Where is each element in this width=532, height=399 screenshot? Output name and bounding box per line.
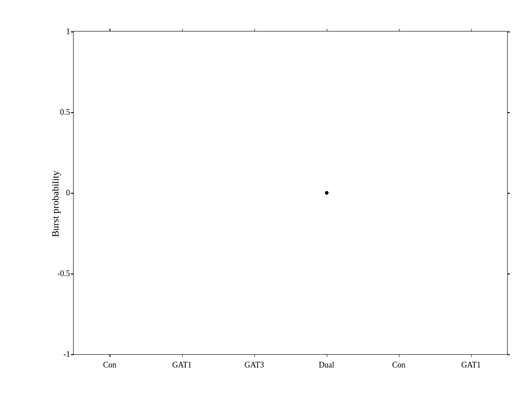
x-label-0: Con bbox=[103, 360, 116, 370]
plot-area: 1 0.5 0 -0.5 -1 Con bbox=[73, 31, 508, 355]
y-tick-mark-r-1 bbox=[507, 31, 510, 32]
y-tick-label-n1: -1 bbox=[63, 350, 70, 359]
chart-container: Burst probability 1 0.5 0 -0.5 -1 bbox=[0, 0, 532, 399]
x-tick-top-4 bbox=[399, 29, 400, 31]
x-tick-top-2 bbox=[254, 29, 255, 31]
y-tick-mark-r-0 bbox=[507, 193, 510, 194]
chart-wrapper: Burst probability 1 0.5 0 -0.5 -1 bbox=[47, 22, 512, 386]
x-label-3: Dual bbox=[319, 360, 334, 370]
x-tick-5 bbox=[471, 354, 472, 357]
y-tick-mark-05 bbox=[71, 112, 74, 113]
x-tick-3 bbox=[327, 354, 328, 357]
data-point-dual bbox=[325, 191, 329, 195]
y-tick-mark-1 bbox=[71, 31, 74, 32]
x-tick-0 bbox=[110, 354, 110, 357]
x-tick-top-3 bbox=[327, 29, 328, 31]
x-tick-top-5 bbox=[471, 29, 472, 31]
y-axis-label: Burst probability bbox=[50, 171, 61, 237]
y-tick-label-0: 0 bbox=[66, 188, 70, 198]
y-tick-label-1: 1 bbox=[66, 27, 70, 36]
y-tick-label-05: 0.5 bbox=[60, 108, 70, 117]
x-label-2: GAT3 bbox=[245, 360, 264, 370]
x-label-5: GAT1 bbox=[462, 360, 481, 370]
x-tick-2 bbox=[254, 354, 255, 357]
y-tick-mark-r-n05 bbox=[507, 274, 510, 274]
x-tick-top-1 bbox=[182, 29, 183, 31]
y-tick-mark-0 bbox=[71, 193, 74, 194]
y-tick-mark-r-05 bbox=[507, 112, 510, 113]
x-label-4: Con bbox=[392, 360, 405, 370]
x-tick-top-0 bbox=[110, 29, 110, 31]
x-tick-1 bbox=[182, 354, 183, 357]
x-label-1: GAT1 bbox=[172, 360, 192, 370]
y-tick-mark-r-n1 bbox=[507, 354, 510, 355]
y-tick-mark-n05 bbox=[71, 274, 74, 274]
y-tick-mark-n1 bbox=[71, 354, 74, 355]
y-tick-label-n05: -0.5 bbox=[58, 269, 70, 278]
x-tick-4 bbox=[399, 354, 400, 357]
